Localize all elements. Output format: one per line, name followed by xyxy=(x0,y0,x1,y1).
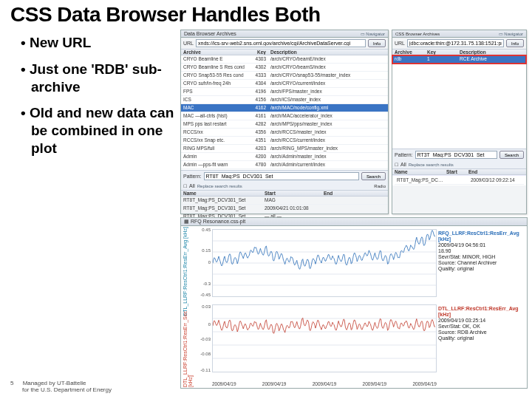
footer-line: for the U.S. Department of Energy xyxy=(22,386,112,393)
plot-tab[interactable]: ▦ RFQ Resonance.css-plt xyxy=(181,218,527,226)
x-axis-ticks: 2009/04/19 2009/04/19 2009/04/19 2009/04… xyxy=(212,381,437,386)
col-end[interactable]: End xyxy=(321,191,388,196)
col-key[interactable]: Key xyxy=(248,50,268,55)
url-input[interactable] xyxy=(407,39,504,47)
plot-panel: ▦ RFQ Resonance.css-plt DTL_LLRF:ResCtrl… xyxy=(180,217,528,389)
search-button[interactable]: Search xyxy=(361,172,386,180)
col-desc[interactable]: Description xyxy=(268,50,388,55)
navigator-label: ▭ Navigator xyxy=(361,31,385,36)
col-end[interactable]: End xyxy=(466,169,526,174)
table-row[interactable]: CRYO Snap53-55 Res cond4333/arch/CRYO/sn… xyxy=(181,72,388,80)
col-start[interactable]: Start xyxy=(444,169,466,174)
replace-all-label[interactable]: All xyxy=(400,162,406,167)
url-label: URL xyxy=(395,41,405,46)
table-row[interactable]: FPS4196/arch/FPS/master_index xyxy=(181,88,388,96)
table-row[interactable]: RING MPS/full4203/arch/RING_MPS/master_i… xyxy=(181,145,388,153)
url-label: URL xyxy=(183,41,194,46)
table-row[interactable]: CRYO sufr/in-freq 24h4304/arch/CRYO/curr… xyxy=(181,80,388,88)
col-name[interactable]: Name xyxy=(392,169,444,174)
results-table[interactable]: RT8T_Mag:PS_DCV301_Set 2009/03/12 09:22:… xyxy=(392,175,526,185)
table-row[interactable]: driver Diagnostics4790/arch/Diag/master_… xyxy=(181,169,388,170)
slide-footer: 5 Managed by UT-Battelle for the U.S. De… xyxy=(10,380,112,393)
col-archive[interactable]: Archive xyxy=(181,50,248,55)
navigator-label: ▭ Navigator xyxy=(499,31,523,36)
replace-all-label[interactable]: All xyxy=(189,183,195,188)
pattern-label: Pattern: xyxy=(395,152,413,157)
replace-hint: Replace search results xyxy=(197,184,242,188)
pattern-input[interactable] xyxy=(204,172,359,180)
table-row[interactable]: CRYO Beamline E4303/arch/CRYO/beamE/inde… xyxy=(181,55,388,64)
info-button[interactable]: Info xyxy=(506,39,524,47)
table-row[interactable]: Admin —pps-flt warn4780/arch/Admin/curre… xyxy=(181,161,388,169)
col-desc[interactable]: Description xyxy=(457,50,526,55)
chart-top[interactable] xyxy=(212,229,437,297)
slide-title: CSS Data Browser Handles Both xyxy=(10,3,321,27)
url-input[interactable] xyxy=(196,39,366,47)
col-archive[interactable]: Archive xyxy=(392,50,425,55)
trace-info-bottom: DTL_LLRF:ResCtrl1:ResErr_Avg [kHz] 2009/… xyxy=(438,306,524,341)
table-row[interactable]: CRYO Beamline S Res cond4302/arch/CRYO/b… xyxy=(181,64,388,72)
archive-panel-right: CSS Browser Archives ▭ Navigator URL Inf… xyxy=(392,30,527,214)
col-key[interactable]: Key xyxy=(425,50,457,55)
bullet-item: Just one 'RDB' sub-archive xyxy=(21,61,176,96)
table-row[interactable]: ICS4156/arch/ICS/master_index xyxy=(181,96,388,104)
archive-table[interactable]: CRYO Beamline E4303/arch/CRYO/beamE/inde… xyxy=(181,55,388,170)
chart-bottom[interactable] xyxy=(212,304,437,372)
trace-info-top: RFQ_LLRF:ResCtrl1:ResErr_Avg [kHz] 2009/… xyxy=(438,231,524,272)
yaxis-label-top: DTL_LLRF:ResCtrl1:ResErr_Avg [kHz] xyxy=(183,227,188,316)
bullet-item: New URL xyxy=(21,34,176,52)
table-row[interactable]: MAC —all-ctrls (hist)4161/arch/MAC/accel… xyxy=(181,112,388,120)
bullet-item: Old and new data can be combined in one … xyxy=(21,104,176,157)
table-row[interactable]: RCCS/xx Snap etc.4351/arch/RCCS/current/… xyxy=(181,137,388,145)
panel-tab[interactable]: CSS Browser Archives ▭ Navigator xyxy=(392,30,526,38)
col-start[interactable]: Start xyxy=(262,191,321,196)
pattern-label: Pattern: xyxy=(183,174,202,179)
table-row[interactable]: RT8T_Mag:PS_DCV301_SetMAG xyxy=(181,197,388,205)
panel-tab[interactable]: Data Browser Archives ▭ Navigator xyxy=(181,30,388,38)
table-row[interactable]: Admin4200/arch/Admin/master_index xyxy=(181,153,388,161)
table-row[interactable]: RT8T_Mag:PS_DCV301_Set 2009/03/12 09:22:… xyxy=(395,177,524,185)
page-number: 5 xyxy=(10,380,13,386)
table-row[interactable]: MAC4162/arch/MAC/node/config.xml xyxy=(181,104,388,112)
pattern-input[interactable] xyxy=(415,151,497,159)
search-button[interactable]: Search xyxy=(499,151,524,159)
archive-panel-left: Data Browser Archives ▭ Navigator URL In… xyxy=(180,30,389,214)
table-row[interactable]: RT8T_Mag:PS_DCV301_Set2009/04/21 01:01:0… xyxy=(181,205,388,213)
archive-table[interactable]: rdb 1 RCE Archive xyxy=(392,55,526,64)
col-name[interactable]: Name xyxy=(181,191,262,196)
bullet-list: New URL Just one 'RDB' sub-archive Old a… xyxy=(21,34,176,166)
table-row[interactable]: MPS pps last restart4282/arch/MPS/pps/ma… xyxy=(181,120,388,129)
footer-line: Managed by UT-Battelle xyxy=(23,380,86,386)
yaxis-label-bottom: DTL_LLRF:ResCtrl1:ResErr_Sec [kHz] xyxy=(183,307,193,387)
table-row[interactable]: RCCS/xx4356/arch/RCCS/master_index xyxy=(181,129,388,137)
info-button[interactable]: Info xyxy=(368,39,386,47)
radio-label[interactable]: Radio xyxy=(374,184,386,188)
replace-hint: Replace search results xyxy=(409,163,454,167)
table-row[interactable]: rdb 1 RCE Archive xyxy=(392,55,526,64)
